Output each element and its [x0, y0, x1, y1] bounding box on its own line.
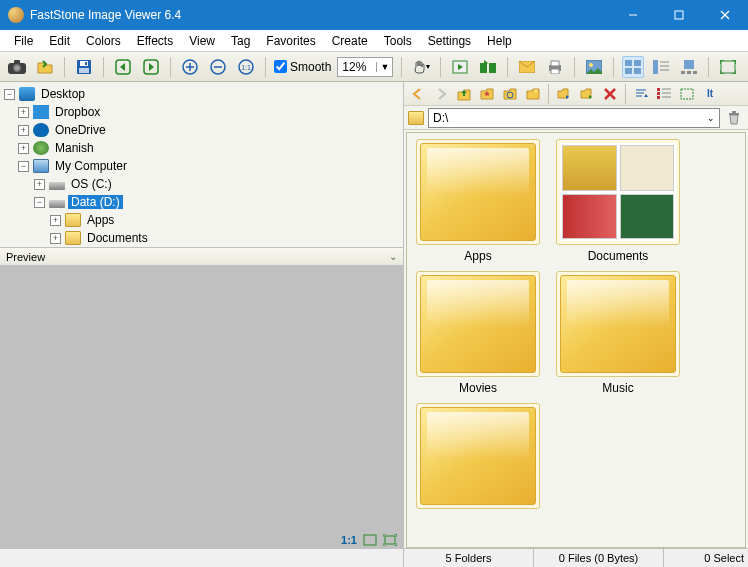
copy-to-icon[interactable]	[554, 84, 574, 104]
tree-node-apps[interactable]: + Apps	[4, 211, 399, 229]
tree-node-onedrive[interactable]: + OneDrive	[4, 121, 399, 139]
expander-icon[interactable]: +	[50, 215, 61, 226]
menu-tag[interactable]: Tag	[223, 32, 258, 50]
thumbnail-music[interactable]: Music	[553, 271, 683, 395]
ratio-label[interactable]: 1:1	[341, 534, 357, 546]
zoom-dropdown-icon[interactable]: ▼	[376, 62, 392, 72]
separator	[440, 57, 441, 77]
preview-header[interactable]: Preview ⌄	[0, 248, 403, 266]
details-view-icon[interactable]	[650, 56, 672, 78]
zoom-out-icon[interactable]	[207, 56, 229, 78]
tree-node-user[interactable]: + Manish	[4, 139, 399, 157]
prev-icon[interactable]	[112, 56, 134, 78]
close-button[interactable]	[702, 0, 748, 30]
tree-node-drive-d[interactable]: − Data (D:)	[4, 193, 399, 211]
folder-tree[interactable]: − Desktop + Dropbox + OneDrive + Manish …	[0, 82, 403, 248]
svg-rect-30	[625, 60, 632, 66]
svg-rect-26	[551, 61, 559, 66]
select-icon[interactable]	[677, 84, 697, 104]
thumbnail-area[interactable]: Apps Documents Movies	[406, 132, 746, 548]
svg-rect-40	[687, 71, 691, 74]
fit-icon[interactable]	[363, 534, 377, 546]
compare-icon[interactable]	[477, 56, 499, 78]
recycle-bin-icon[interactable]	[724, 108, 744, 128]
collapse-icon[interactable]: ⌄	[389, 251, 397, 262]
menu-favorites[interactable]: Favorites	[258, 32, 323, 50]
menubar: File Edit Colors Effects View Tag Favori…	[0, 30, 748, 52]
delete-icon[interactable]	[600, 84, 620, 104]
thumbnail-apps[interactable]: Apps	[413, 139, 543, 263]
zoom-value-input[interactable]	[338, 60, 376, 74]
menu-effects[interactable]: Effects	[129, 32, 181, 50]
path-combo[interactable]: D:\ ⌄	[428, 108, 720, 128]
thumbnails-view-icon[interactable]	[622, 56, 644, 78]
folder-icon	[65, 213, 81, 227]
svg-point-6	[15, 65, 20, 70]
thumbnail-grid: Apps Documents Movies	[413, 139, 739, 513]
expander-icon[interactable]: +	[18, 125, 29, 136]
expander-icon[interactable]: +	[50, 233, 61, 244]
expander-icon[interactable]: −	[4, 89, 15, 100]
node-label: Documents	[84, 231, 151, 245]
maximize-button[interactable]	[656, 0, 702, 30]
preview-pane: 1:1	[0, 266, 403, 548]
wallpaper-icon[interactable]	[583, 56, 605, 78]
up-icon[interactable]	[454, 84, 474, 104]
next-icon[interactable]	[140, 56, 162, 78]
sort-icon[interactable]	[631, 84, 651, 104]
expander-icon[interactable]: −	[18, 161, 29, 172]
path-dropdown-icon[interactable]: ⌄	[707, 113, 715, 123]
menu-tools[interactable]: Tools	[376, 32, 420, 50]
thumb-label: Music	[602, 381, 633, 395]
thumbnail-movies[interactable]: Movies	[413, 271, 543, 395]
tree-node-desktop[interactable]: − Desktop	[4, 85, 399, 103]
new-folder-icon[interactable]	[523, 84, 543, 104]
forward-icon[interactable]	[431, 84, 451, 104]
menu-file[interactable]: File	[6, 32, 41, 50]
zoom-in-icon[interactable]	[179, 56, 201, 78]
expander-icon[interactable]: +	[34, 179, 45, 190]
filmstrip-view-icon[interactable]	[678, 56, 700, 78]
svg-rect-44	[385, 536, 395, 544]
email-icon[interactable]	[516, 56, 538, 78]
menu-settings[interactable]: Settings	[420, 32, 479, 50]
slideshow-icon[interactable]	[449, 56, 471, 78]
expander-icon[interactable]: +	[18, 107, 29, 118]
folder-thumb-icon	[420, 275, 536, 373]
history-icon[interactable]	[500, 84, 520, 104]
tree-node-drive-c[interactable]: + OS (C:)	[4, 175, 399, 193]
expander-icon[interactable]: −	[34, 197, 45, 208]
save-icon[interactable]	[73, 56, 95, 78]
tree-node-documents[interactable]: + Documents	[4, 229, 399, 247]
menu-colors[interactable]: Colors	[78, 32, 129, 50]
zoom-actual-icon[interactable]: 1:1	[235, 56, 257, 78]
open-icon[interactable]	[34, 56, 56, 78]
menu-help[interactable]: Help	[479, 32, 520, 50]
menu-view[interactable]: View	[181, 32, 223, 50]
smooth-check-input[interactable]	[274, 60, 287, 73]
thumbnail-item[interactable]	[413, 403, 543, 513]
node-label: Dropbox	[52, 105, 103, 119]
smooth-checkbox[interactable]: Smooth	[274, 60, 331, 74]
favorites-icon[interactable]	[477, 84, 497, 104]
move-to-icon[interactable]	[577, 84, 597, 104]
print-icon[interactable]	[544, 56, 566, 78]
fullscreen-preview-icon[interactable]	[383, 534, 397, 546]
back-icon[interactable]	[408, 84, 428, 104]
tree-node-dropbox[interactable]: + Dropbox	[4, 103, 399, 121]
menu-create[interactable]: Create	[324, 32, 376, 50]
acquire-icon[interactable]	[6, 56, 28, 78]
menu-edit[interactable]: Edit	[41, 32, 78, 50]
list-view-icon[interactable]	[654, 84, 674, 104]
path-value: D:\	[433, 111, 448, 125]
minimize-button[interactable]	[610, 0, 656, 30]
hand-tool-icon[interactable]: ▼	[410, 56, 432, 78]
expander-icon[interactable]: +	[18, 143, 29, 154]
tag-view-icon[interactable]: It	[700, 84, 720, 104]
fullscreen-icon[interactable]	[717, 56, 739, 78]
svg-rect-27	[551, 69, 559, 74]
node-label: Data (D:)	[68, 195, 123, 209]
thumbnail-documents[interactable]: Documents	[553, 139, 683, 263]
zoom-combo[interactable]: ▼	[337, 57, 393, 77]
tree-node-mycomputer[interactable]: − My Computer	[4, 157, 399, 175]
